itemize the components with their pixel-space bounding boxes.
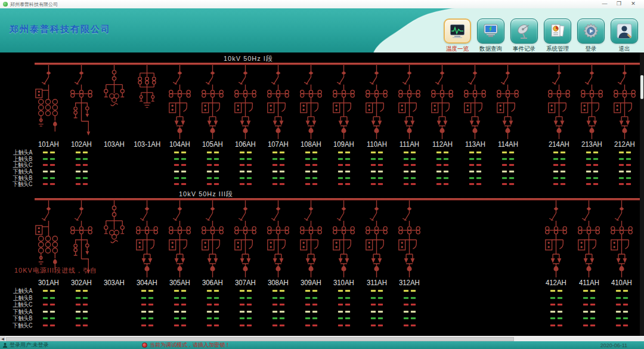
contact-status-cell [327, 175, 360, 181]
exit-button[interactable]: 退出 [609, 18, 639, 52]
contact-status-cell [572, 322, 605, 329]
contact-status-cell [32, 162, 65, 168]
login-button[interactable]: 登录 [576, 18, 606, 52]
bus-title: 10kV 50Hz I段 [224, 54, 273, 63]
minimize-button[interactable]: — [599, 0, 611, 8]
event-record-button[interactable]: 事件记录 [509, 18, 539, 52]
vertical-scrollbar[interactable] [640, 52, 644, 336]
feeder-label: 113AH [465, 140, 485, 149]
contact-status-dash [502, 152, 507, 153]
feeder-411AH[interactable]: 411AH [572, 200, 605, 329]
feeder-label: 304AH [137, 279, 157, 288]
feeder-307AH[interactable]: 307AH [229, 200, 262, 329]
contact-status-cell [605, 308, 638, 316]
contact-status-dash [273, 152, 277, 153]
contact-status-dash [558, 290, 562, 292]
contact-status-dash [312, 152, 317, 153]
contact-status-dash [404, 152, 408, 153]
feeder-109AH[interactable]: 109AH [327, 65, 360, 187]
toolbar-button-label: 数据查询 [479, 45, 502, 52]
contact-status-dash [214, 311, 219, 313]
app-header: 郑州泰普科技有限公司 温度一览数据查询事件记录系统管理登录退出 [0, 8, 644, 52]
contact-status-cell [32, 156, 65, 162]
contact-status-dash [411, 152, 416, 153]
contact-status-dash [174, 290, 179, 292]
contact-status-dash [247, 311, 252, 313]
contact-status-cell [98, 149, 131, 156]
contact-status-cell [196, 301, 229, 308]
contact-status-dash [240, 311, 244, 313]
contact-status-cell [196, 175, 229, 181]
feeder-114AH[interactable]: 114AH [491, 65, 524, 187]
feeder-303AH[interactable]: 303AH [98, 200, 131, 329]
contact-status-cell [163, 301, 196, 308]
feeder-212AH[interactable]: 212AH [608, 65, 641, 187]
maximize-button[interactable]: ❐ [613, 0, 625, 8]
contact-status-dash [214, 177, 219, 179]
contact-status-dash [50, 152, 55, 153]
feeder-111AH[interactable]: 111AH [393, 65, 426, 187]
feeder-305AH[interactable]: 305AH [163, 200, 196, 329]
contact-status-cell [572, 301, 605, 308]
contact-status-dash [616, 290, 621, 292]
contact-status-dash [312, 297, 317, 299]
feeder-310AH[interactable]: 310AH [327, 200, 360, 329]
feeder-309AH[interactable]: 309AH [295, 200, 327, 329]
close-button[interactable]: ✕ [627, 0, 639, 8]
feeder-110AH[interactable]: 110AH [360, 65, 393, 187]
contact-status-dash [76, 304, 80, 305]
feeder-103-1AH[interactable]: 103-1AH [131, 65, 163, 187]
data-query-button[interactable]: 数据查询 [476, 18, 506, 52]
feeder-label: 103AH [104, 140, 125, 149]
contact-status-dash [561, 158, 565, 160]
contact-status-dash [43, 158, 48, 160]
feeder-304AH[interactable]: 304AH [131, 200, 163, 329]
feeder-412AH[interactable]: 412AH [540, 200, 572, 329]
feeder-105AH[interactable]: 105AH [196, 65, 229, 187]
feeder-306AH[interactable]: 306AH [196, 200, 229, 329]
horizontal-scroll-thumb[interactable] [6, 337, 514, 341]
contact-status-dash [378, 158, 383, 160]
feeder-104AH[interactable]: 104AH [163, 65, 196, 187]
vertical-scroll-thumb[interactable] [640, 75, 643, 99]
feeder-103AH[interactable]: 103AH [98, 65, 131, 187]
contact-status-cell [426, 149, 459, 156]
contact-status-cell [327, 295, 360, 302]
feeder-213AH[interactable]: 213AH [575, 65, 608, 187]
feeder-312AH[interactable]: 312AH [393, 200, 426, 329]
contact-status-cell [360, 156, 393, 162]
contact-status-dash [436, 171, 441, 172]
feeder-410AH[interactable]: 410AH [605, 200, 638, 329]
feeder-302AH[interactable]: 302AH [65, 200, 98, 329]
contact-status-cell [540, 308, 572, 316]
contact-status-dash [626, 158, 631, 160]
feeder-106AH[interactable]: 106AH [229, 65, 262, 187]
contact-status-dash [411, 183, 416, 185]
feeder-107AH[interactable]: 107AH [262, 65, 295, 187]
contact-status-dash [476, 183, 481, 185]
contact-status-dash [181, 164, 186, 166]
feeder-108AH[interactable]: 108AH [295, 65, 327, 187]
contact-status-dash [444, 171, 448, 172]
feeder-311AH[interactable]: 311AH [360, 200, 393, 329]
contact-status-dash [174, 183, 179, 185]
contact-status-dash [312, 317, 317, 319]
feeder-102AH[interactable]: 102AH [65, 65, 98, 187]
contact-status-cell [360, 288, 393, 295]
feeder-label: 213AH [581, 140, 602, 149]
contact-status-cell [163, 295, 196, 302]
feeder-101AH[interactable]: 101AH [32, 65, 65, 187]
system-management-button[interactable]: 系统管理 [543, 18, 572, 52]
contact-status-cell [295, 288, 327, 295]
contact-status-dash [174, 317, 179, 319]
feeder-112AH[interactable]: 112AH [426, 65, 459, 187]
person-icon [611, 18, 638, 44]
feeder-308AH[interactable]: 308AH [262, 200, 295, 329]
contact-status-dash [214, 325, 219, 326]
feeder-214AH[interactable]: 214AH [543, 65, 575, 187]
contact-status-dash [616, 297, 621, 299]
feeder-113AH[interactable]: 113AH [459, 65, 491, 187]
feeder-301AH[interactable]: 301AH [32, 200, 65, 329]
temperature-overview-button[interactable]: 温度一览 [442, 18, 472, 52]
contact-status-dash [141, 325, 146, 326]
